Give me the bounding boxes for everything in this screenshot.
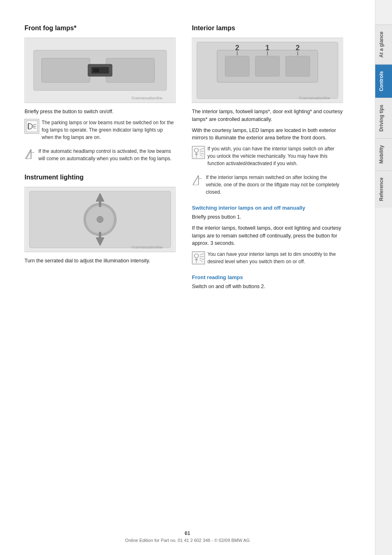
triangle-note-icon: [24, 148, 36, 160]
svg-rect-31: [255, 56, 279, 76]
switching-interior-lamps-title: Switching interior lamps on and off manu…: [192, 205, 343, 211]
svg-line-56: [200, 258, 204, 260]
instrument-lighting-para1: Turn the serrated dial to adjust the ill…: [24, 257, 176, 265]
svg-point-51: [194, 254, 198, 258]
instrument-lighting-diagram: ©carmanualsonline: [24, 187, 176, 252]
interior-lamp-note1-icon: [192, 146, 205, 159]
interior-lamps-diagram: 2 1 2 ©carmanualsonline: [192, 38, 343, 103]
interior-lamps-note1-block: If you wish, you can have the interior l…: [192, 145, 343, 170]
svg-line-44: [200, 148, 204, 150]
svg-rect-3: [106, 58, 155, 82]
svg-rect-22: [99, 201, 101, 207]
svg-text:2: 2: [296, 44, 300, 52]
sidebar-tab-mobility[interactable]: Mobility: [375, 138, 392, 170]
interior-lamps-note2-text: If the interior lamps remain switched on…: [206, 174, 343, 196]
svg-text:©carmanualsonline: ©carmanualsonline: [299, 96, 330, 100]
footer-text: Online Edition for Part no. 01 41 2 602 …: [0, 538, 375, 543]
svg-text:1: 1: [265, 44, 270, 52]
svg-line-54: [200, 254, 204, 255]
front-reading-para: Switch on and off with buttons 2.: [192, 283, 343, 291]
interior-lamp-note3-icon: [192, 251, 205, 264]
page-footer: 61 Online Edition for Part no. 01 41 2 6…: [0, 530, 375, 543]
svg-rect-2: [42, 58, 90, 82]
interior-lamps-note1-text: If you wish, you can have the interior l…: [207, 145, 343, 167]
front-reading-lamps-title: Front reading lamps: [192, 274, 343, 280]
svg-text:©carmanualsonline: ©carmanualsonline: [131, 96, 163, 100]
svg-marker-13: [25, 149, 31, 159]
fog-lamps-para1: Briefly press the button to switch on/of…: [24, 108, 176, 116]
page-number: 61: [0, 530, 375, 536]
svg-rect-24: [99, 232, 101, 238]
instrument-lighting-title: Instrument lighting: [24, 174, 176, 181]
svg-text:©carmanualsonline: ©carmanualsonline: [131, 245, 163, 249]
fog-lamps-note1-text: The parking lamps or low beams must be s…: [42, 119, 176, 141]
sidebar-tab-at-a-glance[interactable]: At a glance: [375, 25, 392, 64]
svg-line-46: [200, 153, 204, 154]
switching-para1: Briefly press button 1.: [192, 213, 343, 221]
svg-line-57: [200, 260, 203, 262]
fog-lamps-note1-block: The parking lamps or low beams must be s…: [24, 119, 176, 144]
svg-rect-32: [285, 56, 310, 76]
svg-rect-6: [93, 68, 99, 72]
fog-lamps-note2-block: If the automatic headlamp control is act…: [24, 148, 176, 166]
svg-text:2: 2: [235, 44, 239, 52]
sidebar: At a glance Controls Driving tips Mobili…: [375, 0, 392, 555]
svg-line-47: [200, 154, 203, 157]
interior-lamps-note3-block: You can have your interior lamps set to …: [192, 251, 343, 269]
interior-lamps-para2: With the courtesy lamps, LED lamps are l…: [192, 127, 343, 142]
svg-point-41: [194, 148, 198, 152]
interior-lamps-note2-block: If the interior lamps remain switched on…: [192, 174, 343, 199]
interior-lamps-title: Interior lamps: [192, 25, 343, 32]
svg-marker-14: [27, 151, 31, 159]
svg-line-12: [33, 128, 36, 128]
front-fog-lamps-title: Front fog lamps*: [24, 25, 176, 32]
svg-rect-30: [225, 56, 249, 76]
fog-lamps-note2-text: If the automatic headlamp control is act…: [38, 148, 176, 162]
interior-lamps-note3-text: You can have your interior lamps set to …: [207, 251, 343, 265]
svg-line-10: [33, 124, 36, 125]
triangle-note2-icon: [192, 175, 203, 186]
left-column: Front fog lamps*: [24, 25, 176, 294]
right-column: Interior lamps 2 1: [192, 25, 343, 294]
interior-lamps-para1: The interior lamps, footwell lamps*, doo…: [192, 108, 343, 123]
switching-para2: If the interior lamps, footwell lamps, d…: [192, 224, 343, 247]
sidebar-tab-reference[interactable]: Reference: [375, 170, 392, 208]
sidebar-tab-driving-tips[interactable]: Driving tips: [375, 98, 392, 138]
fog-lamp-symbol-icon: [24, 119, 39, 134]
fog-lamp-diagram: ©carmanualsonline: [24, 38, 176, 103]
svg-marker-48: [193, 175, 198, 185]
sidebar-tab-controls[interactable]: Controls: [375, 64, 392, 98]
svg-point-25: [97, 216, 103, 223]
